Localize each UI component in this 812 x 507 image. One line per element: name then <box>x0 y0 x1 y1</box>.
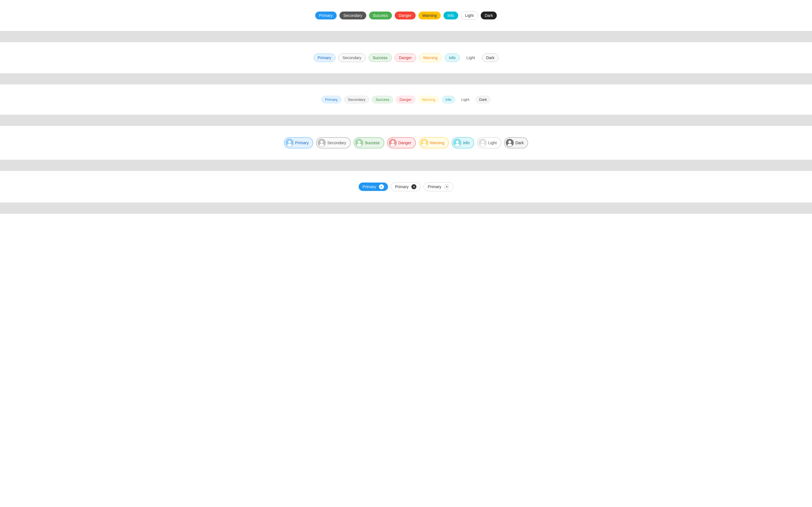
divider-5 <box>0 203 812 214</box>
badge-avatar-info[interactable]: Info <box>452 137 474 149</box>
badge-success[interactable]: Success <box>369 11 392 19</box>
badge-secondary[interactable]: Secondary <box>340 11 366 19</box>
svg-point-10 <box>391 140 394 144</box>
badge-outline-danger[interactable]: Danger <box>395 54 416 62</box>
badge-outline-success[interactable]: Success <box>368 54 392 62</box>
badge-avatar-primary[interactable]: Primary <box>284 137 313 149</box>
svg-point-14 <box>422 144 426 147</box>
divider-3 <box>0 115 812 126</box>
badge-dismiss-outline[interactable]: Primary ✕ <box>391 182 421 191</box>
badge-pastel-success[interactable]: Success <box>372 96 393 103</box>
solid-badges-section: Primary Secondary Success Danger Warning… <box>0 0 812 31</box>
badge-danger[interactable]: Danger <box>395 11 416 19</box>
avatar-secondary-img <box>318 139 326 147</box>
avatar-light-img <box>479 139 487 147</box>
svg-point-1 <box>288 140 291 144</box>
dismiss-label-3: Primary <box>428 184 441 189</box>
badge-avatar-secondary[interactable]: Secondary <box>316 137 351 149</box>
badge-primary[interactable]: Primary <box>315 11 337 19</box>
badge-pastel-secondary[interactable]: Secondary <box>344 96 369 103</box>
pastel-badge-row: Primary Secondary Success Danger Warning… <box>321 96 491 103</box>
avatar-primary-img <box>286 139 294 147</box>
avatar-info-img <box>453 139 461 147</box>
badge-pastel-info[interactable]: Info <box>442 96 455 103</box>
svg-point-20 <box>480 144 485 147</box>
pastel-badges-section: Primary Secondary Success Danger Warning… <box>0 84 812 115</box>
badge-avatar-light[interactable]: Light <box>477 137 501 149</box>
badge-outline-primary[interactable]: Primary <box>313 54 336 62</box>
svg-point-4 <box>320 140 323 144</box>
badge-outline-warning[interactable]: Warning <box>419 54 442 62</box>
svg-point-2 <box>287 144 292 147</box>
badge-dismiss-solid[interactable]: Primary ✕ <box>359 182 388 191</box>
badge-outline-dark[interactable]: Dark <box>482 54 499 62</box>
divider-2 <box>0 73 812 84</box>
svg-point-11 <box>391 144 395 147</box>
avatar-badge-row: Primary Secondary Success Danger Warning <box>284 137 528 149</box>
svg-point-22 <box>508 140 511 144</box>
badge-outline-light[interactable]: Light <box>463 54 479 62</box>
svg-point-19 <box>481 140 484 144</box>
dismiss-button-1[interactable]: ✕ <box>379 184 384 189</box>
outline-badges-section: Primary Secondary Success Danger Warning… <box>0 42 812 73</box>
badge-pastel-light[interactable]: Light <box>458 96 472 103</box>
avatar-warning-img <box>420 139 428 147</box>
svg-point-8 <box>357 144 361 147</box>
badge-outline-secondary[interactable]: Secondary <box>338 54 366 62</box>
solid-badge-row: Primary Secondary Success Danger Warning… <box>315 11 497 20</box>
badge-pastel-warning[interactable]: Warning <box>418 96 439 103</box>
divider-1 <box>0 31 812 42</box>
outline-badge-row: Primary Secondary Success Danger Warning… <box>313 54 499 62</box>
avatar-dark-img <box>506 139 514 147</box>
badge-warning[interactable]: Warning <box>418 11 441 19</box>
svg-point-7 <box>358 140 361 144</box>
badge-light[interactable]: Light <box>461 11 478 20</box>
svg-point-17 <box>455 144 460 147</box>
dismiss-label-2: Primary <box>395 184 409 189</box>
badge-avatar-warning[interactable]: Warning <box>419 137 449 149</box>
svg-point-23 <box>507 144 512 147</box>
badge-pastel-dark[interactable]: Dark <box>476 96 491 103</box>
svg-point-16 <box>456 140 459 144</box>
dismiss-button-2[interactable]: ✕ <box>411 184 416 189</box>
badge-avatar-danger[interactable]: Danger <box>387 137 416 149</box>
svg-point-13 <box>423 140 426 144</box>
avatar-success-img <box>355 139 363 147</box>
badge-pastel-danger[interactable]: Danger <box>396 96 415 103</box>
avatar-danger-img <box>389 139 397 147</box>
badge-pastel-primary[interactable]: Primary <box>321 96 342 103</box>
badge-info[interactable]: Info <box>444 11 458 19</box>
badge-dark[interactable]: Dark <box>481 11 497 19</box>
badge-avatar-success[interactable]: Success <box>354 137 384 149</box>
divider-4 <box>0 160 812 171</box>
badge-avatar-dark[interactable]: Dark <box>504 137 528 149</box>
svg-point-5 <box>319 144 324 147</box>
dismissible-badge-row: Primary ✕ Primary ✕ Primary ✕ <box>359 182 454 191</box>
dismissible-badges-section: Primary ✕ Primary ✕ Primary ✕ <box>0 171 812 203</box>
badge-outline-info[interactable]: Info <box>445 54 460 62</box>
dismiss-label-1: Primary <box>363 184 376 189</box>
avatar-badges-section: Primary Secondary Success Danger Warning <box>0 126 812 160</box>
badge-dismiss-outline2[interactable]: Primary ✕ <box>423 182 453 191</box>
bottom-spacer <box>0 214 812 231</box>
dismiss-button-3[interactable]: ✕ <box>444 184 449 189</box>
